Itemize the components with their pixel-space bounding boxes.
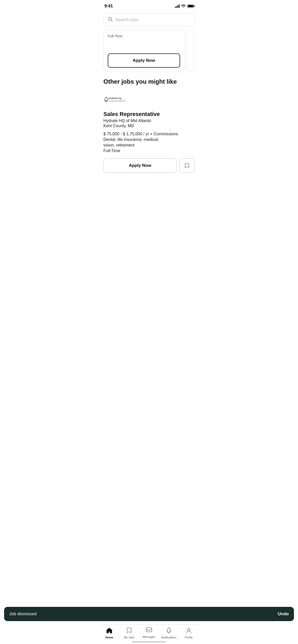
job-card-peek [187,30,194,72]
wifi-icon [181,4,186,8]
svg-line-1 [111,20,112,21]
status-time: 9:41 [104,4,113,9]
company-logo: HYDRATE HQ NEXT LEVEL HYGIENE. ENHANCED … [103,94,195,107]
job-location: Kent County, MD [103,124,195,128]
job-apply-button[interactable]: Apply Now [103,158,177,173]
hydrate-hq-logo: HYDRATE HQ NEXT LEVEL HYGIENE. ENHANCED … [103,94,126,106]
job-benefits-2: vision, retirement [103,143,195,148]
job-cards-row: Full-Time Apply Now [99,30,199,72]
job-title: Sales Representative [103,111,195,118]
search-icon [108,17,113,23]
section-heading: Other jobs you might like [99,72,199,90]
apply-now-button[interactable]: Apply Now [108,53,180,68]
status-icons [175,4,194,8]
job-company: Hydrate HQ of Mid Atlantic [103,119,195,123]
search-bar[interactable]: Search jobs [103,13,195,26]
job-benefits: Dental, life insurance, medical, [103,137,195,142]
job-action-buttons: Apply Now [99,158,199,173]
svg-point-3 [106,99,107,100]
job-card-tag: Full-Time [108,34,180,38]
svg-text:NEXT LEVEL HYGIENE. ENHANCED H: NEXT LEVEL HYGIENE. ENHANCED HYDRATION. [109,100,126,101]
search-placeholder: Search jobs [115,17,138,22]
svg-text:HYDRATE HQ: HYDRATE HQ [109,97,121,99]
search-container: Search jobs [99,11,199,30]
battery-icon [187,5,194,8]
status-bar: 9:41 [99,0,199,11]
job-card-partial: Full-Time Apply Now [103,30,184,72]
job-save-button[interactable] [179,158,195,173]
signal-icon [175,4,180,8]
job-type: Full-Time [103,149,195,153]
job-listing: HYDRATE HQ NEXT LEVEL HYGIENE. ENHANCED … [99,90,199,153]
job-salary: $ 75,000 - $ 1,75,000 / yr + Commissions [103,132,195,136]
